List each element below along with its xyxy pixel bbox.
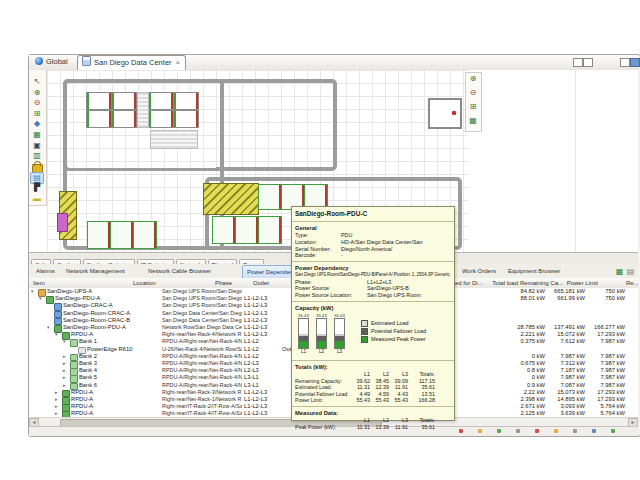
- grid-view-tool-icon[interactable]: ▦: [31, 130, 43, 140]
- status-indicator-icon[interactable]: [497, 429, 501, 433]
- legend-entry[interactable]: Potential Failover Load: [361, 327, 426, 335]
- item-name[interactable]: RPDU-A: [71, 396, 93, 403]
- item-name[interactable]: SanDiego-Room-CRAC-B: [63, 317, 130, 324]
- row-label[interactable]: Estimated Load:: [295, 384, 351, 391]
- power-limit-value[interactable]: 5.764 kW: [587, 403, 625, 410]
- total-load-value[interactable]: 2.671 kW: [501, 403, 545, 410]
- item-location[interactable]: RPDU-A/Right-rear/Net-Rack-4/N...: [162, 353, 242, 360]
- close-icon[interactable]: ×: [176, 59, 181, 67]
- view-tab-network-management[interactable]: Network Management: [62, 265, 129, 277]
- expander-icon[interactable]: ▸: [63, 367, 66, 374]
- value[interactable]: 166.28: [408, 397, 435, 404]
- field-value[interactable]: -: [341, 252, 343, 259]
- remaining-capacity-value[interactable]: 665.181 kW: [547, 288, 585, 295]
- item-location[interactable]: San Diego UPS Room/San Diego/...: [162, 295, 242, 302]
- remaining-capacity-value[interactable]: 14.895 kW: [547, 396, 585, 403]
- restore-icon[interactable]: [573, 58, 583, 67]
- status-indicator-icon[interactable]: [554, 429, 558, 433]
- legend-entry[interactable]: Measured Peak Power: [361, 335, 426, 343]
- gauge-phase-label[interactable]: L1: [297, 349, 310, 355]
- field-value[interactable]: SanDiego-UPS-B: [367, 285, 409, 292]
- rack[interactable]: [133, 221, 157, 249]
- rack[interactable]: [258, 184, 282, 210]
- view-tab-network-cable-browser[interactable]: Network Cable Browser: [144, 265, 215, 277]
- item-location[interactable]: San Diego UPS Room/San Diego/...: [162, 288, 242, 295]
- tooltip-pd-row[interactable]: Power Source Location:San Diego UPS Room: [295, 292, 451, 299]
- status-indicator-icon[interactable]: [516, 429, 520, 433]
- value[interactable]: 55.43: [370, 397, 389, 404]
- phase-column-header[interactable]: Totals:: [408, 417, 435, 424]
- item-name[interactable]: RPDU-A: [71, 389, 93, 396]
- row-label[interactable]: Remaining Capacity:: [295, 378, 351, 385]
- minimize-icon[interactable]: [583, 58, 593, 67]
- item-phase[interactable]: L1-L2-L3: [244, 410, 267, 417]
- item-phase[interactable]: L3-L1: [244, 374, 259, 381]
- row-label[interactable]: Potential Failover Load:: [295, 391, 351, 398]
- alarm-dot-icon[interactable]: [452, 111, 456, 115]
- item-phase[interactable]: L1-L2-L3: [244, 295, 267, 302]
- power-limit-value[interactable]: 7.987 kW: [587, 374, 625, 381]
- corner-tool-icon[interactable]: ▛: [31, 183, 43, 193]
- view-tab-label[interactable]: Equipment Browser: [508, 268, 560, 274]
- phase-column-header[interactable]: L3: [389, 371, 408, 378]
- remaining-capacity-value[interactable]: 7.987 kW: [547, 374, 585, 381]
- expander-icon[interactable]: ▾: [39, 295, 42, 302]
- remaining-capacity-value[interactable]: 661.99 kW: [547, 295, 585, 302]
- gauge-limit-label[interactable]: 55.43: [315, 313, 328, 318]
- phase-column-header[interactable]: L3: [389, 417, 408, 424]
- power-limit-value[interactable]: 17.293 kW: [587, 331, 625, 338]
- item-phase[interactable]: L1-L2-L3: [244, 310, 267, 317]
- gauge-bar[interactable]: [334, 318, 345, 349]
- column-header-item[interactable]: Item: [33, 278, 45, 288]
- view-tab-label[interactable]: Work Orders: [462, 268, 496, 274]
- item-name[interactable]: Bank 4: [79, 367, 97, 374]
- legend-entry[interactable]: Estimated Load: [361, 319, 426, 327]
- total-load-value[interactable]: 2.398 kW: [501, 396, 545, 403]
- expander-icon[interactable]: ▸: [63, 353, 66, 360]
- wall-patch[interactable]: [68, 162, 216, 168]
- view-tab-work-orders[interactable]: Work Orders: [458, 265, 500, 277]
- item-phase[interactable]: L1-L2-L3: [244, 396, 267, 403]
- item-location[interactable]: Right-rear/Net-Rack-1/Network R...: [162, 396, 242, 403]
- value[interactable]: 12.39: [370, 424, 389, 431]
- [interactable]: [295, 417, 351, 424]
- status-indicator-icon[interactable]: [573, 429, 577, 433]
- total-load-value[interactable]: 0.375 kW: [501, 338, 545, 345]
- rack[interactable]: [87, 221, 111, 249]
- item-location[interactable]: San Diego UPS Room/San Diego/...: [162, 302, 242, 309]
- zoom-out-tool-icon[interactable]: ⊖: [31, 98, 43, 108]
- status-indicator-icon[interactable]: [459, 429, 463, 433]
- phase-column-header[interactable]: L1: [351, 371, 370, 378]
- status-indicator-icon[interactable]: [592, 429, 596, 433]
- item-name[interactable]: RPDU-A: [71, 331, 93, 338]
- value-row[interactable]: Potential Failover Load:4.494.594.4313.5…: [295, 391, 451, 398]
- value-row[interactable]: Peak Power (kW):11.3112.3911.9135.61: [295, 424, 451, 431]
- field-label[interactable]: Barcode:: [295, 252, 341, 259]
- column-header-phase[interactable]: Phase: [215, 278, 232, 288]
- phase-capacity-gauge[interactable]: 55.43L1: [297, 313, 310, 355]
- total-load-value[interactable]: 84.82 kW: [501, 288, 545, 295]
- value[interactable]: 11.91: [389, 384, 408, 391]
- column-header-outlet[interactable]: Outlet: [253, 278, 269, 288]
- total-load-value[interactable]: 0.8 kW: [501, 367, 545, 374]
- item-location[interactable]: Right-rear/Net-Rack-3/Network R...: [162, 389, 242, 396]
- rack[interactable]: [235, 216, 259, 244]
- item-phase[interactable]: L2-L3: [244, 360, 259, 367]
- expander-icon[interactable]: ▸: [55, 403, 58, 410]
- expander-icon[interactable]: ▸: [63, 382, 66, 389]
- zoom-in-tool-icon[interactable]: ⊕: [31, 88, 43, 98]
- fit-view-icon[interactable]: ⊞: [467, 102, 479, 112]
- rack[interactable]: [111, 92, 137, 110]
- item-location[interactable]: Right-rear/Net-Rack-4/Network R...: [162, 331, 242, 338]
- item-location[interactable]: Right-rear/IT-Rack-4/IT-Row-A/Sa...: [162, 410, 242, 417]
- rack[interactable]: [173, 110, 199, 128]
- phase-column-header[interactable]: L2: [370, 371, 389, 378]
- panel-marker[interactable]: [57, 213, 68, 232]
- fit-view-tool-icon[interactable]: ⊞: [31, 109, 43, 119]
- view-tab-label[interactable]: Alarms: [36, 268, 55, 274]
- value[interactable]: 35.61: [408, 424, 435, 431]
- phase-column-header[interactable]: L2: [370, 417, 389, 424]
- tab-global[interactable]: Global: [31, 55, 73, 69]
- item-name[interactable]: SanDiego-UPS-A: [47, 288, 92, 295]
- tooltip-general-row[interactable]: Barcode:-: [295, 252, 451, 259]
